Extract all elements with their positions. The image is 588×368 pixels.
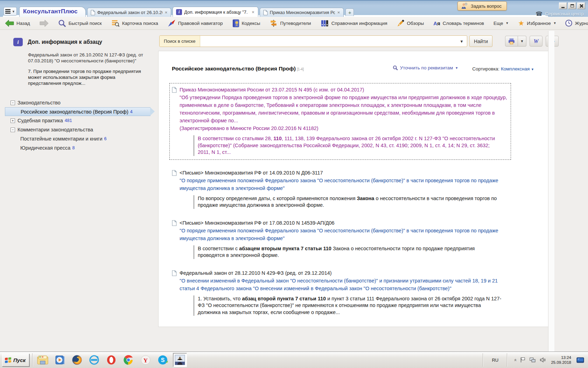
collapse-icon[interactable]: − [10,101,15,105]
media-player-icon[interactable] [53,353,67,367]
more-menu-button[interactable]: Еще ▼ [493,21,509,26]
flag-icon[interactable] [520,357,526,363]
language-indicator[interactable]: RU [490,357,500,363]
print-button[interactable] [505,36,518,47]
quick-search-button[interactable]: Быстрый поиск [58,19,102,27]
reference-info-button[interactable]: Справочная информация [321,19,387,27]
result-title[interactable]: Приказ Минэкономразвития России от 23.07… [180,86,508,94]
window-controls [559,2,585,9]
app-logo[interactable]: КонсультантПлюс [19,7,86,17]
main-menu-button[interactable]: ▼ [4,7,17,16]
service-center-link[interactable]: ☎ Сервисный центр [536,11,584,17]
legal-navigator-button[interactable]: Правовой навигатор [168,19,223,27]
tab-prikaz[interactable]: Приказ Минэкономразвития Росси × [260,8,344,17]
hamburger-icon [5,9,10,14]
taskbar-clock[interactable]: 13:24 25.09.2018 [550,355,573,365]
start-button[interactable]: Пуск [2,354,29,367]
reference-info-label: Справочная информация [331,21,387,26]
result-item-3[interactable]: <Письмо> Минэкономразвития РФ от 17.08.2… [172,219,513,259]
consultant-plus-icon[interactable] [173,353,187,367]
search-input[interactable] [200,36,456,47]
minimize-button[interactable] [559,2,567,9]
refine-by-attributes-button[interactable]: Уточнить по реквизитам ▼ [393,65,458,70]
chevron-down-icon: ▼ [531,68,534,71]
result-count: 8 [72,145,75,150]
internet-explorer-icon[interactable] [87,353,101,367]
results-tree: − Законодательство Российское законодате… [0,98,158,152]
result-registration-note: (Зарегистрировано в Минюсте России 20.02… [180,124,508,132]
results-range: [1-4] [297,67,304,71]
codex-label: Кодексы [242,21,260,26]
tab-additional-info[interactable]: i Доп. информация к абзацу "7. При п × [173,7,258,17]
network-icon[interactable] [529,357,536,363]
codex-button[interactable]: Кодексы [232,19,260,27]
favorites-button[interactable]: ★ Избранное ▼ [518,20,556,27]
export-word-button[interactable]: W [530,36,542,47]
magnifier-icon [58,19,66,27]
windows-explorer-icon[interactable] [36,353,50,367]
back-button[interactable]: Назад [5,20,30,27]
result-subtitle[interactable]: "О порядке применения положений Федераль… [180,177,509,192]
result-item-2[interactable]: <Письмо> Минэкономразвития РФ от 14.09.2… [172,169,513,209]
vertical-scrollbar[interactable] [548,31,554,352]
close-icon[interactable]: × [164,10,168,15]
tab-label: Федеральный закон от 26.10.2002 N 1 [97,10,162,15]
close-icon[interactable]: × [337,10,341,15]
tree-item-russian-legislation[interactable]: Российское законодательство (Версия Проф… [5,107,150,116]
tree-item-legal-press[interactable]: Юридическая пресса 8 [0,143,158,152]
binders-icon [321,19,329,27]
skype-icon[interactable]: S [156,353,170,367]
signpost-icon [270,19,278,27]
print-options-dropdown[interactable]: ▼ [518,36,526,47]
search-history-dropdown[interactable]: ▼ [456,36,467,47]
reviews-button[interactable]: Обзоры [397,19,424,27]
chevron-up-icon[interactable]: » [512,359,518,361]
result-subtitle[interactable]: "О порядке применения положений Федераль… [180,227,509,242]
result-title[interactable]: <Письмо> Минэкономразвития РФ от 17.08.2… [180,219,509,227]
tab-label: Доп. информация к абзацу "7. При п [184,9,249,15]
result-item-4[interactable]: Федеральный закон от 28.12.2010 N 429-ФЗ… [172,269,513,316]
tree-item-article-commentaries[interactable]: Постатейные комментарии и книги 6 [0,134,158,143]
yandex-browser-icon[interactable]: Y [139,353,153,367]
list-search-bar: Поиск в списке ▼ Найти ▼ W ••• [159,35,559,47]
results-list: Приказ Минэкономразвития России от 23.07… [159,72,548,316]
consultant-plus-window: ▼ КонсультантПлюс Федеральный закон от 2… [0,0,588,352]
magnifier-icon [393,65,398,70]
search-card-button[interactable]: Карточка поиска [111,19,158,27]
guides-button[interactable]: Путеводители [270,19,311,27]
opera-icon[interactable] [104,353,118,367]
svg-text:S: S [161,357,165,363]
result-title[interactable]: <Письмо> Минэкономразвития РФ от 14.09.2… [180,169,509,177]
tab-federal-law[interactable]: Федеральный закон от 26.10.2002 N 1 × [87,8,172,17]
glossary-button[interactable]: Ая Словарь терминов [433,20,484,26]
expand-icon[interactable]: + [10,118,15,123]
collapse-icon[interactable]: − [10,128,15,132]
new-tab-button[interactable]: + [345,8,354,16]
close-button[interactable] [577,2,585,9]
volume-icon[interactable] [539,357,546,363]
result-subtitle[interactable]: "Об утверждении Порядка проведения торго… [180,94,508,124]
close-icon[interactable]: × [251,9,255,15]
sort-value-link[interactable]: Комплексная [501,66,530,71]
tree-item-commentaries[interactable]: − Комментарии законодательства [0,125,158,134]
forward-button[interactable] [40,20,49,27]
result-title[interactable]: Федеральный закон от 28.12.2010 N 429-ФЗ… [180,269,509,277]
result-excerpt: 1. Установить, что абзац второй пункта 7… [194,295,502,316]
result-item-1[interactable]: Приказ Минэкономразвития России от 23.07… [169,83,511,160]
back-arrow-icon [5,20,14,27]
result-subtitle[interactable]: "О внесении изменений в Федеральный зако… [180,277,509,292]
quick-search-label: Быстрый поиск [69,21,102,26]
ask-question-button[interactable]: ? Задать вопрос [457,1,507,11]
tree-item-court-practice[interactable]: + Судебная практика 481 [0,116,158,125]
find-button[interactable]: Найти [469,35,492,47]
result-excerpt: В соответствии с абзацем вторым пункта 7… [194,245,502,259]
sort-label: Сортировка: [472,66,499,71]
journal-button[interactable]: Журнал [565,19,588,27]
maximize-icon [570,4,574,7]
chrome-icon[interactable] [121,353,135,367]
system-tray: RU » 13:24 25.09.2018 [480,353,586,367]
tree-item-legislation[interactable]: − Законодательство [0,98,158,107]
show-desktop-button[interactable] [576,353,584,367]
maximize-button[interactable] [568,2,576,9]
firefox-icon[interactable] [70,353,84,367]
